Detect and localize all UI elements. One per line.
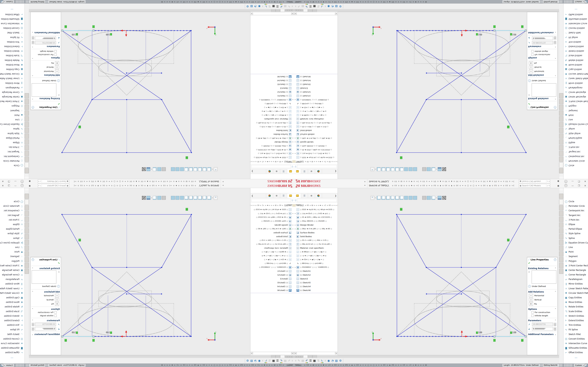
tool-button[interactable]: ↻ Rotate Entities [0,58,25,63]
pin-icon[interactable]: ✦ [222,180,224,183]
tool-button[interactable]: ∶ Segment [563,108,588,113]
parameters-header[interactable]: Parameters⌃ [527,45,557,48]
view-orientation-icon[interactable] [214,167,217,171]
tool-button[interactable]: ◹ Scale Entities [0,53,25,58]
tree-item[interactable]: ◧ Solid Bodies [294,129,338,133]
expand-arrow-icon[interactable]: ▸ [294,138,296,139]
tool-button[interactable]: ▣ Center Rectangle [563,268,588,272]
help-icon[interactable]: ? [564,184,567,187]
tree-item[interactable]: ◑ ○ ƧƼŧ◎ ƧИƐ€ƧƼ ○ ⸰○ ƧƼƐ€ИЄ ○ [294,219,338,223]
command-tab[interactable] [25,200,29,205]
tab-nav-icon[interactable] [299,9,301,11]
gear-icon[interactable]: ⚙ [246,359,249,363]
view-orientation-icon[interactable] [171,167,175,171]
tab-propertymanager[interactable]: ☰ [301,193,308,198]
tree-item[interactable]: ▱ ○ ✚ ИИ◎ŧ+ ○ ✶ ◉I○ ⸰ ○I◉ ✶ ○ [250,113,294,117]
spinner[interactable]: ▲▼ [554,327,556,331]
menu-item[interactable] [249,184,253,188]
tab-nav-icon[interactable] [301,9,303,11]
close-button[interactable]: ✕ [1,184,5,188]
tool-button[interactable]: ◯ Circle [0,199,25,204]
view-orientation-icon[interactable] [180,196,184,200]
tool-button[interactable]: ✥ Move Entities [563,300,588,304]
document-tab[interactable] [276,355,280,358]
help-icon[interactable]: ? [554,106,556,108]
view-orientation-icon[interactable] [142,196,146,200]
tool-button[interactable]: ∶ Segment [0,254,25,259]
tree-root[interactable]: TЯPDL2. ⊙ Ɛ€ ⊙ Ш ⊙ ⊙ ⊙ ✚ ⊙ ⊃C ⊙ Ɛ€ ⊙ ✦ ⊙… [250,203,294,208]
view-orientation-icon[interactable] [162,167,166,171]
add-relation-button[interactable]: — Horizontal [527,293,557,298]
tool-button[interactable]: ◙ Silhouette Entities [563,17,588,21]
add-relations-header[interactable]: Add Relations⌃ [31,74,61,77]
command-tab[interactable] [559,157,563,162]
expand-arrow-icon[interactable]: ▸ [292,228,294,230]
command-tab[interactable] [25,110,29,116]
scroll-right-icon[interactable]: ▸ [250,352,253,355]
tool-button[interactable]: ∕ Line [0,245,25,250]
command-tab[interactable] [559,194,563,199]
toolbar-grip[interactable]: ⠿ [262,360,263,362]
tool-button[interactable]: ∕ Line [563,245,588,250]
view-orientation-icon[interactable] [207,196,211,200]
tree-item[interactable]: ▢ (-) Sketch1 [250,94,294,98]
menu-item[interactable] [249,179,253,184]
option-row[interactable]: Infinite length [527,50,557,53]
close-button[interactable]: ✕ [583,179,587,183]
length-field[interactable]: 10.88152731 [35,41,56,44]
tool-button[interactable]: ◠ Centerpoint Arc [0,154,25,158]
command-tab[interactable] [25,99,29,104]
tool-button[interactable]: ◫ Convert Entities [0,26,25,30]
menu-item[interactable] [335,179,339,184]
expand-arrow-icon[interactable]: ▸ [294,153,296,154]
restore-button[interactable]: ❐ [7,184,11,188]
tree-item[interactable]: ◪ Surface Bodies [250,133,294,136]
view-orientation-icon[interactable] [147,196,150,200]
view-orientation-icon[interactable] [438,167,441,171]
command-tab[interactable] [25,223,29,228]
command-tab[interactable] [25,139,29,144]
tree-item[interactable]: ▦ (-) Sketch2 [250,90,294,94]
tool-button[interactable]: ⊢ Extend Entities [563,44,588,49]
command-tab[interactable] [25,205,29,210]
tree-item[interactable]: ▸ ▤ Design Binder [294,140,338,144]
expand-arrow-icon[interactable]: ▸ [294,228,296,230]
pin-icon[interactable]: ✦ [364,184,366,187]
command-tab[interactable] [559,99,563,104]
command-tab[interactable] [559,217,563,222]
parameters-header[interactable]: Parameters⌃ [527,319,557,322]
command-tab[interactable] [25,105,29,110]
view-orientation-icon[interactable] [175,167,179,171]
tree-item[interactable]: ◑ ○ ƧƼŧ◎ ƧИƐ€ƧƼ ○ ⸰○ ƧƼƐ€ИЄ ○ [250,144,294,148]
dimension-label[interactable]: = 109 [106,331,112,334]
menu-item[interactable] [327,179,331,184]
tool-button[interactable]: ≋ Intersection Curve [563,341,588,346]
view-orientation-icon[interactable] [153,167,157,171]
expand-arrow-icon[interactable]: ▸ [292,138,294,139]
minimize-button[interactable]: — [571,184,574,188]
collapse-icon[interactable]: ⌃ [32,45,34,48]
folder-check-icon[interactable]: ▨ [250,359,253,363]
tree-item[interactable]: ▦ (-) Sketch6 [250,288,294,292]
menu-item[interactable] [319,179,323,184]
view-orientation-icon[interactable] [427,196,431,200]
view-orientation-icon[interactable] [413,196,417,200]
view-orientation-icon[interactable] [180,167,184,171]
command-tab[interactable] [559,116,563,121]
tool-button[interactable]: ↻ Rotate Entities [0,304,25,309]
tool-button[interactable]: ∥ Mirror Entities [563,81,588,85]
tool-button[interactable]: ⠶ Linear Sketch Pattern [0,76,25,81]
tool-button[interactable]: ⬭ Ellipse [563,140,588,145]
tree-item[interactable]: ▢ Sketch3 [250,277,294,281]
view-orientation-icon[interactable] [381,167,385,171]
command-tab[interactable] [25,145,29,150]
toolbar-grip[interactable]: ⠿ [292,360,293,362]
view-orientation-icon[interactable] [413,167,417,171]
command-tab[interactable] [559,105,563,110]
tree-item[interactable]: ▢ (-) Sketch5 [250,83,294,86]
dimension-label[interactable]: = 109 [72,33,78,36]
search-input[interactable]: Search CAD Models [42,180,66,183]
scroll-left-icon[interactable]: ◂ [291,13,294,15]
document-tab[interactable] [303,355,308,358]
search-dropdown-icon[interactable]: ▾ [549,181,550,182]
